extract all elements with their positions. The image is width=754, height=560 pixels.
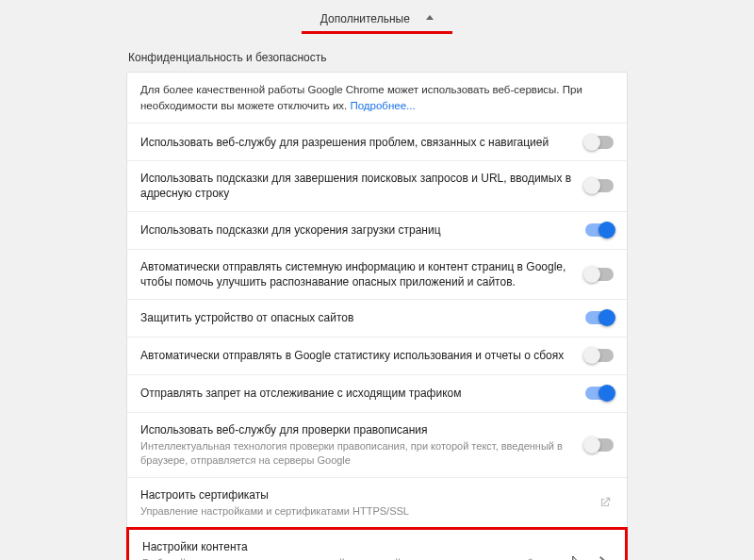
content-settings-sub: Выбирайте, какие данные отправлять сайта… (142, 556, 583, 560)
intro-row: Для более качественной работы Google Chr… (127, 73, 627, 123)
setting-title: Автоматически отправлять в Google статис… (140, 348, 574, 363)
setting-title: Использовать веб-службу для проверки пра… (140, 422, 574, 437)
highlight-underline (302, 31, 452, 34)
certs-title: Настроить сертификаты (140, 487, 585, 502)
setting-title: Защитить устройство от опасных сайтов (140, 310, 574, 325)
setting-search-suggest: Использовать подсказки для завершения по… (127, 160, 627, 210)
privacy-card: Для более качественной работы Google Chr… (126, 72, 628, 560)
setting-title: Использовать веб-службу для разрешения п… (140, 135, 574, 150)
content-settings-row[interactable]: Настройки контента Выбирайте, какие данн… (126, 527, 628, 560)
setting-title: Использовать подсказки для ускорения заг… (140, 222, 574, 238)
setting-usage-stats: Автоматически отправлять в Google статис… (127, 337, 627, 374)
toggle-safe-browsing[interactable] (585, 311, 614, 324)
setting-do-not-track: Отправлять запрет на отслеживание с исхо… (127, 374, 627, 412)
manage-certificates-row[interactable]: Настроить сертификаты Управление настрой… (127, 477, 627, 528)
setting-title: Автоматически отправлять системную инфор… (140, 259, 574, 289)
setting-title: Использовать подсказки для завершения по… (140, 171, 574, 201)
toggle-do-not-track[interactable] (585, 387, 614, 400)
content-settings-title: Настройки контента (142, 539, 583, 554)
setting-nav-errors: Использовать веб-службу для разрешения п… (127, 123, 627, 160)
setting-safe-browsing: Защитить устройство от опасных сайтов (127, 299, 627, 337)
advanced-toggle[interactable]: Дополнительные (0, 11, 754, 25)
toggle-search-suggest[interactable] (585, 179, 614, 192)
external-link-icon (597, 496, 614, 509)
setting-subtitle: Интеллектуальная технология проверки пра… (140, 439, 574, 468)
setting-safe-browsing-reports: Автоматически отправлять системную инфор… (127, 249, 627, 299)
toggle-nav-errors[interactable] (585, 136, 614, 149)
certs-sub: Управление настройками и сертификатами H… (140, 504, 585, 519)
toggle-usage-stats[interactable] (585, 349, 614, 362)
chevron-right-icon (595, 556, 612, 560)
intro-text: Для более качественной работы Google Chr… (140, 82, 602, 113)
toggle-safe-browsing-reports[interactable] (585, 268, 614, 281)
learn-more-link[interactable]: Подробнее... (350, 100, 415, 111)
setting-title: Отправлять запрет на отслеживание с исхо… (140, 386, 574, 401)
setting-spellcheck: Использовать веб-службу для проверки пра… (127, 412, 627, 477)
section-title: Конфиденциальность и безопасность (126, 51, 628, 64)
toggle-preload[interactable] (585, 223, 614, 237)
toggle-spellcheck[interactable] (585, 438, 614, 452)
setting-preload: Использовать подсказки для ускорения заг… (127, 211, 627, 249)
chevron-up-icon (426, 15, 434, 20)
advanced-label: Дополнительные (320, 12, 410, 25)
